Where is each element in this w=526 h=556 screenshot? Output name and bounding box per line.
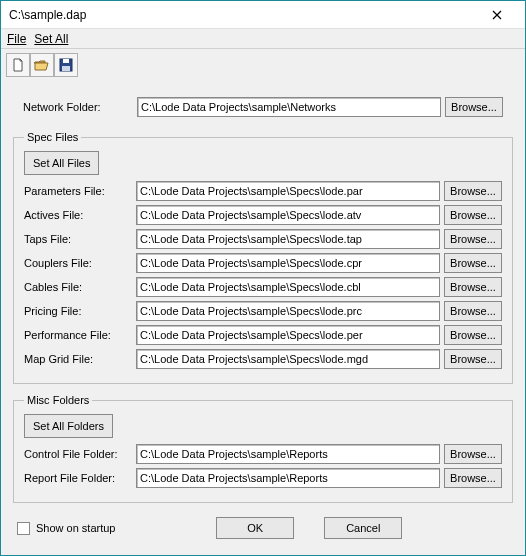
misc-folders-legend: Misc Folders xyxy=(24,394,92,406)
spec-file-2-label: Taps File: xyxy=(24,233,132,245)
misc-folder-0-label: Control File Folder: xyxy=(24,448,132,460)
checkbox-icon xyxy=(17,522,30,535)
spec-file-3-browse-button[interactable]: Browse... xyxy=(444,253,502,273)
spec-files-group: Spec Files Set All Files Parameters File… xyxy=(13,131,513,384)
save-icon xyxy=(59,58,73,72)
cancel-button[interactable]: Cancel xyxy=(324,517,402,539)
spec-file-7-browse-button[interactable]: Browse... xyxy=(444,349,502,369)
close-button[interactable] xyxy=(477,3,517,27)
svg-rect-2 xyxy=(62,66,70,71)
misc-folder-1-input[interactable] xyxy=(136,468,440,488)
open-folder-icon xyxy=(34,58,50,72)
spec-file-7-label: Map Grid File: xyxy=(24,353,132,365)
misc-folder-0-input[interactable] xyxy=(136,444,440,464)
spec-file-6-input[interactable] xyxy=(136,325,440,345)
spec-file-7-input[interactable] xyxy=(136,349,440,369)
spec-file-5-label: Pricing File: xyxy=(24,305,132,317)
spec-file-3-label: Couplers File: xyxy=(24,257,132,269)
misc-folder-1-browse-button[interactable]: Browse... xyxy=(444,468,502,488)
spec-file-1-label: Actives File: xyxy=(24,209,132,221)
ok-button[interactable]: OK xyxy=(216,517,294,539)
spec-file-3-input[interactable] xyxy=(136,253,440,273)
new-file-icon xyxy=(11,58,25,72)
spec-file-4-label: Cables File: xyxy=(24,281,132,293)
menu-file[interactable]: File xyxy=(7,32,26,46)
spec-file-0-label: Parameters File: xyxy=(24,185,132,197)
show-on-startup-label: Show on startup xyxy=(36,522,116,534)
network-folder-input[interactable] xyxy=(137,97,441,117)
network-folder-browse-button[interactable]: Browse... xyxy=(445,97,503,117)
spec-file-6-browse-button[interactable]: Browse... xyxy=(444,325,502,345)
spec-file-1-browse-button[interactable]: Browse... xyxy=(444,205,502,225)
misc-folder-1-label: Report File Folder: xyxy=(24,472,132,484)
close-icon xyxy=(492,10,502,20)
spec-file-6-label: Performance File: xyxy=(24,329,132,341)
toolbar-save-button[interactable] xyxy=(54,53,78,77)
menu-set-all[interactable]: Set All xyxy=(34,32,68,46)
spec-file-4-browse-button[interactable]: Browse... xyxy=(444,277,502,297)
spec-file-5-input[interactable] xyxy=(136,301,440,321)
svg-rect-1 xyxy=(63,59,69,63)
toolbar-new-button[interactable] xyxy=(6,53,30,77)
misc-folders-group: Misc Folders Set All Folders Control Fil… xyxy=(13,394,513,503)
misc-folder-0-browse-button[interactable]: Browse... xyxy=(444,444,502,464)
set-all-files-button[interactable]: Set All Files xyxy=(24,151,99,175)
toolbar-open-button[interactable] xyxy=(30,53,54,77)
network-folder-label: Network Folder: xyxy=(23,101,133,113)
spec-file-5-browse-button[interactable]: Browse... xyxy=(444,301,502,321)
spec-file-4-input[interactable] xyxy=(136,277,440,297)
spec-file-0-browse-button[interactable]: Browse... xyxy=(444,181,502,201)
spec-file-2-input[interactable] xyxy=(136,229,440,249)
spec-file-1-input[interactable] xyxy=(136,205,440,225)
spec-file-0-input[interactable] xyxy=(136,181,440,201)
window-title: C:\sample.dap xyxy=(9,8,477,22)
spec-file-2-browse-button[interactable]: Browse... xyxy=(444,229,502,249)
set-all-folders-button[interactable]: Set All Folders xyxy=(24,414,113,438)
show-on-startup-checkbox[interactable]: Show on startup xyxy=(17,522,116,535)
spec-files-legend: Spec Files xyxy=(24,131,81,143)
